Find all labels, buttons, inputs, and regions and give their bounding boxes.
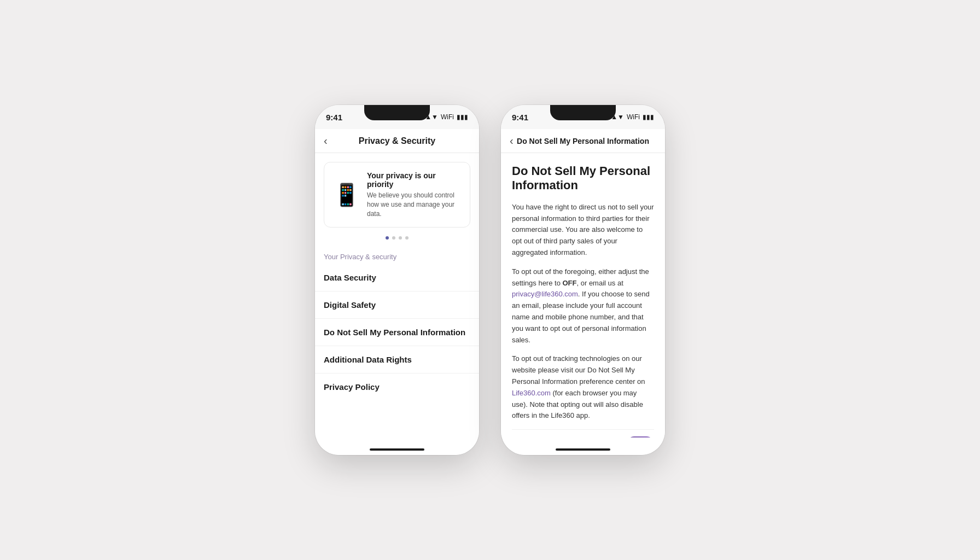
scene: 9:41 ▲▼ WiFi ▮▮▮ ‹ Privacy & Security 📱 …	[293, 83, 687, 477]
promo-body: We believe you should control how we use…	[367, 191, 461, 218]
menu-item-label: Privacy Policy	[324, 382, 380, 392]
personal-info-sales-toggle[interactable]	[627, 436, 654, 438]
home-bar-2	[556, 448, 610, 451]
phone1-content: 📱 Your privacy is our priority We believ…	[315, 153, 479, 438]
wifi-icon: WiFi	[441, 113, 454, 121]
dot-2[interactable]	[392, 236, 395, 240]
menu-item-label: Digital Safety	[324, 300, 376, 310]
menu-item-do-not-sell[interactable]: Do Not Sell My Personal Information	[315, 319, 479, 346]
nav-title-2: Do Not Sell My Personal Information	[517, 137, 649, 145]
paragraph-2: To opt out of the foregoing, either adju…	[512, 266, 654, 346]
menu-item-privacy-policy[interactable]: Privacy Policy	[315, 374, 479, 400]
dnsmpi-title: Do Not Sell My Personal Information	[512, 164, 654, 193]
menu-item-data-security[interactable]: Data Security	[315, 264, 479, 291]
status-icons-2: ▲▼ WiFi ▮▮▮	[611, 113, 654, 121]
menu-item-label: Data Security	[324, 273, 376, 282]
battery-icon: ▮▮▮	[457, 113, 468, 121]
phone-1: 9:41 ▲▼ WiFi ▮▮▮ ‹ Privacy & Security 📱 …	[315, 105, 479, 455]
status-icons-1: ▲▼ WiFi ▮▮▮	[425, 113, 468, 121]
promo-icon: 📱	[333, 182, 360, 208]
dot-3[interactable]	[399, 236, 402, 240]
notch	[364, 105, 430, 120]
dot-1[interactable]	[386, 236, 389, 240]
menu-item-digital-safety[interactable]: Digital Safety	[315, 291, 479, 319]
wifi-icon-2: WiFi	[627, 113, 640, 121]
promo-card: 📱 Your privacy is our priority We believ…	[324, 162, 470, 228]
nav-header-1: ‹ Privacy & Security	[315, 129, 479, 153]
back-button-1[interactable]: ‹	[324, 135, 328, 147]
nav-title-1: Privacy & Security	[359, 136, 436, 146]
status-time-1: 9:41	[326, 113, 342, 122]
toggle-row: Personal Information Sales	[512, 429, 654, 438]
back-button-2[interactable]: ‹	[510, 135, 514, 147]
paragraph-3: To opt out of tracking technologies on o…	[512, 353, 654, 422]
battery-icon-2: ▮▮▮	[643, 113, 654, 121]
menu-item-additional-rights[interactable]: Additional Data Rights	[315, 346, 479, 374]
off-label: OFF	[563, 279, 577, 287]
promo-heading: Your privacy is our priority	[367, 171, 461, 189]
promo-text: Your privacy is our priority We believe …	[367, 171, 461, 218]
notch-2	[550, 105, 616, 120]
menu-item-label: Do Not Sell My Personal Information	[324, 328, 465, 337]
paragraph-1: You have the right to direct us not to s…	[512, 202, 654, 259]
home-indicator-1	[315, 438, 479, 455]
status-time-2: 9:41	[512, 113, 528, 122]
section-label: Your Privacy & security	[315, 248, 479, 264]
phone-2: 9:41 ▲▼ WiFi ▮▮▮ ‹ Do Not Sell My Person…	[501, 105, 665, 455]
carousel-dots	[315, 236, 479, 240]
menu-item-label: Additional Data Rights	[324, 355, 412, 364]
email-link[interactable]: privacy@life360.com	[512, 290, 578, 298]
home-indicator-2	[501, 438, 665, 455]
dot-4[interactable]	[405, 236, 409, 240]
menu-list: Data Security Digital Safety Do Not Sell…	[315, 264, 479, 400]
nav-header-2: ‹ Do Not Sell My Personal Information	[501, 129, 665, 153]
website-link[interactable]: Life360.com	[512, 389, 551, 397]
home-bar-1	[370, 448, 424, 451]
phone2-content: Do Not Sell My Personal Information You …	[501, 153, 665, 438]
